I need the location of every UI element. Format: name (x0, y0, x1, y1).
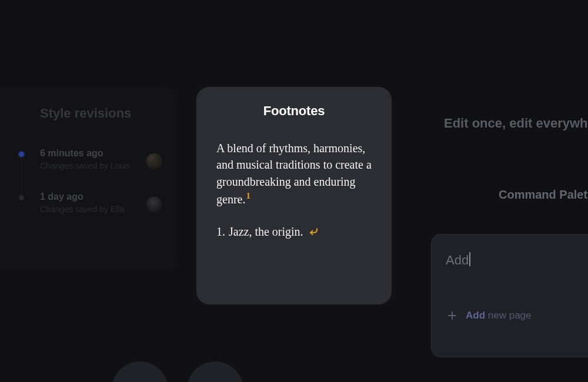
command-palette-card: Add Add new page (431, 234, 588, 357)
return-icon[interactable] (308, 226, 320, 238)
timeline-dot-icon (19, 195, 24, 200)
footnotes-body: A blend of rhythms, harmonies, and music… (216, 140, 372, 207)
text-cursor-icon (469, 252, 470, 266)
revision-item[interactable]: 1 day ago Changes saved by Ella (18, 192, 165, 217)
footnotes-title: Footnotes (216, 103, 372, 119)
suggestion-match: Add (466, 310, 485, 321)
revision-time: 1 day ago (40, 192, 165, 202)
revision-time: 6 minutes ago (40, 148, 165, 159)
avatar (146, 196, 162, 213)
footnote-marker[interactable]: 1 (246, 191, 250, 200)
suggestion-rest: new page (485, 310, 531, 321)
command-palette-heading: Command Palette (499, 188, 588, 202)
command-suggestion[interactable]: Add new page (446, 307, 588, 324)
footnotes-body-text: A blend of rhythms, harmonies, and music… (216, 142, 372, 206)
timeline-line-icon (21, 159, 22, 196)
decorative-discs (112, 361, 243, 382)
plus-icon (447, 310, 457, 321)
command-input[interactable]: Add (446, 252, 588, 273)
avatar (146, 153, 162, 169)
footnote-number: 1. (216, 225, 225, 239)
footnote-entry: 1. Jazz, the origin. (216, 225, 372, 239)
footnotes-card: Footnotes A blend of rhythms, harmonies,… (196, 87, 392, 304)
command-input-value: Add (446, 253, 469, 267)
style-revisions-title: Style revisions (40, 106, 165, 121)
footnote-text: Jazz, the origin. (229, 225, 303, 239)
style-revisions-card: Style revisions 6 minutes ago Changes sa… (0, 88, 176, 270)
edit-everywhere-heading: Edit once, edit everywhere (444, 116, 588, 131)
timeline-dot-icon (19, 152, 24, 157)
revision-item[interactable]: 6 minutes ago Changes saved by Louis (18, 148, 165, 174)
